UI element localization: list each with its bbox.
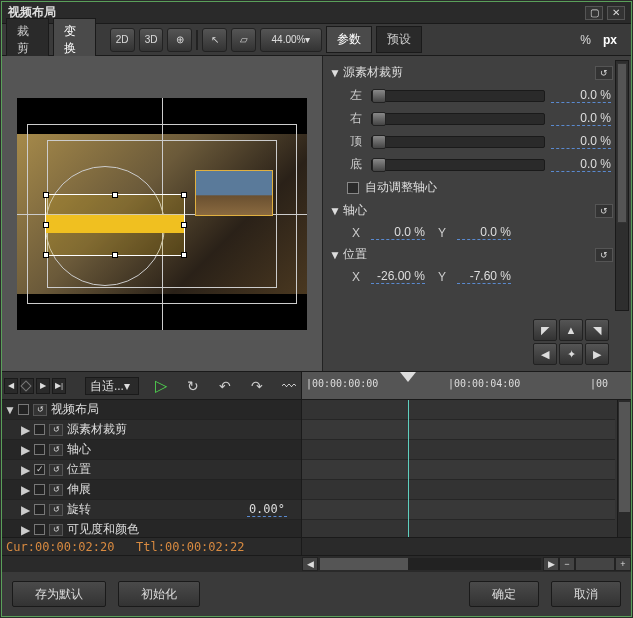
handle-ne[interactable] bbox=[181, 192, 187, 198]
crop-tool[interactable]: ▱ bbox=[231, 28, 256, 52]
track-reset-button[interactable]: ↺ bbox=[49, 484, 63, 496]
handle-n[interactable] bbox=[112, 192, 118, 198]
mode-3d-button[interactable]: 3D bbox=[139, 28, 164, 52]
value-crop-top[interactable]: 0.0 % bbox=[551, 134, 611, 149]
reset-position[interactable]: ↺ bbox=[595, 248, 613, 262]
value-axis-x[interactable]: 0.0 % bbox=[371, 225, 425, 240]
nudge-left[interactable]: ◀ bbox=[533, 343, 557, 365]
next-keyframe-button[interactable]: ▶ bbox=[36, 378, 50, 394]
reset-axis[interactable]: ↺ bbox=[595, 204, 613, 218]
handle-se[interactable] bbox=[181, 252, 187, 258]
track-enable-checkbox[interactable] bbox=[18, 404, 29, 415]
track-reset-button[interactable]: ↺ bbox=[33, 404, 47, 416]
mode-2d-button[interactable]: 2D bbox=[110, 28, 135, 52]
nudge-center[interactable]: ✦ bbox=[559, 343, 583, 365]
unit-pixel[interactable]: px bbox=[599, 33, 621, 47]
tab-params[interactable]: 参数 bbox=[326, 26, 372, 53]
value-position-x[interactable]: -26.00 % bbox=[371, 269, 425, 284]
track-rotate[interactable]: ▶ ↺ 旋转 0.00° bbox=[2, 500, 301, 520]
handle-e[interactable] bbox=[181, 222, 187, 228]
motion-preset-dropdown[interactable]: 自适...▾ bbox=[85, 377, 139, 395]
hscroll-right-button[interactable]: ▶ bbox=[543, 557, 559, 571]
prev-keyframe-button[interactable]: ◀ bbox=[4, 378, 18, 394]
params-scroll-thumb[interactable] bbox=[617, 63, 627, 223]
ok-button[interactable]: 确定 bbox=[469, 581, 539, 607]
group-position[interactable]: ▼ 位置 ↺ bbox=[329, 244, 613, 265]
handle-s[interactable] bbox=[112, 252, 118, 258]
slider-crop-left[interactable] bbox=[371, 90, 545, 102]
play-button[interactable]: ▷ bbox=[149, 376, 173, 396]
graph-button[interactable]: 〰 bbox=[277, 376, 301, 396]
redo-button[interactable]: ↷ bbox=[245, 376, 269, 396]
value-crop-left[interactable]: 0.0 % bbox=[551, 88, 611, 103]
zoom-dropdown[interactable]: 44.00% ▾ bbox=[260, 28, 322, 52]
slider-crop-right[interactable] bbox=[371, 113, 545, 125]
params-scrollbar[interactable] bbox=[615, 60, 629, 311]
slider-crop-bottom[interactable] bbox=[371, 159, 545, 171]
playhead[interactable] bbox=[400, 372, 416, 400]
hscroll-left-button[interactable]: ◀ bbox=[302, 557, 318, 571]
track-stretch[interactable]: ▶ ↺ 伸展 bbox=[2, 480, 301, 500]
track-root[interactable]: ▼ ↺ 视频布局 bbox=[2, 400, 301, 420]
preview-canvas[interactable] bbox=[17, 98, 307, 330]
guide-button[interactable]: ⊕ bbox=[167, 28, 192, 52]
zoom-in-button[interactable]: + bbox=[615, 557, 631, 571]
track-reset-button[interactable]: ↺ bbox=[49, 464, 63, 476]
value-axis-y[interactable]: 0.0 % bbox=[457, 225, 511, 240]
tab-transform[interactable]: 变换 bbox=[53, 18, 96, 62]
handle-nw[interactable] bbox=[43, 192, 49, 198]
track-enable-checkbox[interactable] bbox=[34, 424, 45, 435]
tab-crop[interactable]: 裁剪 bbox=[6, 18, 49, 62]
track-reset-button[interactable]: ↺ bbox=[49, 504, 63, 516]
timeline-body[interactable] bbox=[302, 400, 631, 537]
nudge-up[interactable]: ▲ bbox=[559, 319, 583, 341]
track-axis[interactable]: ▶ ↺ 轴心 bbox=[2, 440, 301, 460]
checkbox-auto-axis[interactable] bbox=[347, 182, 359, 194]
track-enable-checkbox[interactable] bbox=[34, 444, 45, 455]
timeline-vscroll-thumb[interactable] bbox=[619, 402, 630, 512]
track-reset-button[interactable]: ↺ bbox=[49, 524, 63, 536]
cancel-button[interactable]: 取消 bbox=[551, 581, 621, 607]
value-crop-bottom[interactable]: 0.0 % bbox=[551, 157, 611, 172]
hscroll-thumb[interactable] bbox=[320, 558, 408, 570]
keyframe-end-button[interactable]: ▶| bbox=[52, 378, 66, 394]
track-source-crop[interactable]: ▶ ↺ 源素材裁剪 bbox=[2, 420, 301, 440]
track-rotate-value[interactable]: 0.00° bbox=[247, 502, 287, 517]
handle-sw[interactable] bbox=[43, 252, 49, 258]
loop-button[interactable]: ↻ bbox=[181, 376, 205, 396]
unit-percent[interactable]: % bbox=[576, 33, 595, 47]
tab-preset[interactable]: 预设 bbox=[376, 26, 422, 53]
group-source-crop[interactable]: ▼ 源素材裁剪 ↺ bbox=[329, 62, 613, 83]
initialize-button[interactable]: 初始化 bbox=[118, 581, 200, 607]
selection-box[interactable] bbox=[45, 194, 185, 256]
nudge-right[interactable]: ▶ bbox=[585, 343, 609, 365]
reset-source-crop[interactable]: ↺ bbox=[595, 66, 613, 80]
value-crop-right[interactable]: 0.0 % bbox=[551, 111, 611, 126]
hscroll-track[interactable] bbox=[320, 558, 541, 570]
save-default-button[interactable]: 存为默认 bbox=[12, 581, 106, 607]
track-enable-checkbox[interactable] bbox=[34, 484, 45, 495]
nudge-up-right[interactable]: ◥ bbox=[585, 319, 609, 341]
zoom-slider[interactable] bbox=[575, 557, 615, 571]
track-enable-checkbox[interactable] bbox=[34, 464, 45, 475]
track-reset-button[interactable]: ↺ bbox=[49, 424, 63, 436]
track-position[interactable]: ▶ ↺ 位置 bbox=[2, 460, 301, 480]
handle-w[interactable] bbox=[43, 222, 49, 228]
pointer-tool[interactable]: ↖ bbox=[202, 28, 227, 52]
undo-button[interactable]: ↶ bbox=[213, 376, 237, 396]
zoom-out-button[interactable]: − bbox=[559, 557, 575, 571]
group-axis[interactable]: ▼ 轴心 ↺ bbox=[329, 200, 613, 221]
timeline-cursor[interactable] bbox=[408, 400, 409, 537]
track-enable-checkbox[interactable] bbox=[34, 524, 45, 535]
track-visibility[interactable]: ▶ ↺ 可见度和颜色 bbox=[2, 520, 301, 537]
track-enable-checkbox[interactable] bbox=[34, 504, 45, 515]
maximize-button[interactable]: ▢ bbox=[585, 6, 603, 20]
nudge-up-left[interactable]: ◤ bbox=[533, 319, 557, 341]
close-button[interactable]: ✕ bbox=[607, 6, 625, 20]
pip-clip[interactable] bbox=[195, 170, 273, 216]
keyframe-toggle[interactable] bbox=[20, 378, 34, 394]
value-position-y[interactable]: -7.60 % bbox=[457, 269, 511, 284]
track-reset-button[interactable]: ↺ bbox=[49, 444, 63, 456]
timeline-vscrollbar[interactable] bbox=[617, 400, 631, 537]
time-ruler[interactable]: |00:00:00:00 |00:00:04:00 |00 bbox=[302, 372, 631, 400]
